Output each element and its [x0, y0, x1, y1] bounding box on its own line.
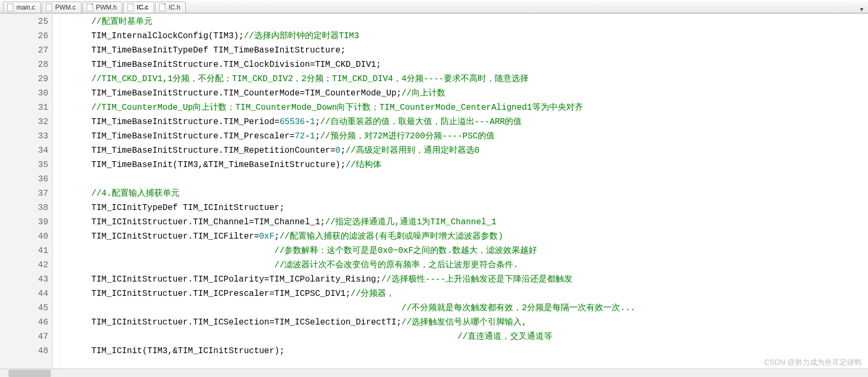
watermark-text: CSDN @努力成为焦耳定律鸭	[764, 358, 862, 367]
code-line[interactable]: TIM_TimeBaseInitTypeDef TIM_TimeBaseInit…	[71, 43, 868, 58]
line-number: 45	[0, 301, 48, 315]
code-line[interactable]: //配置时基单元	[71, 15, 868, 29]
line-number: 38	[0, 201, 48, 215]
tab-label: IC.c	[137, 4, 148, 11]
line-number: 30	[0, 86, 48, 101]
code-area[interactable]: //配置时基单元 TIM_InternalClockConfig(TIM3);/…	[60, 14, 868, 369]
line-number: 43	[0, 273, 48, 287]
code-line[interactable]: TIM_ICInitTypeDef TIM_ICInitStructuer;	[71, 201, 868, 215]
code-line[interactable]: TIM_TimeBaseInitStructure.TIM_CounterMod…	[71, 86, 868, 101]
line-number: 41	[0, 244, 48, 258]
c-file-icon	[127, 3, 135, 12]
code-line[interactable]: TIM_TimeBaseInit(TIM3,&TIM_TimeBaseInitS…	[71, 158, 868, 172]
line-number-gutter: 2526272829303132333435363738394041424344…	[0, 14, 53, 369]
code-line[interactable]: TIM_TimeBaseInitStructure.TIM_Repetition…	[71, 144, 868, 158]
c-file-icon	[7, 3, 14, 12]
fold-margin[interactable]	[53, 14, 60, 369]
line-number: 46	[0, 315, 48, 330]
svg-rect-0	[7, 4, 13, 11]
tab-ic-c[interactable]: IC.c	[123, 2, 154, 13]
line-number: 39	[0, 215, 48, 230]
line-number: 34	[0, 144, 48, 158]
line-number: 37	[0, 187, 48, 201]
line-number: 36	[0, 172, 48, 187]
scrollbar-thumb[interactable]	[8, 370, 51, 377]
code-line[interactable]: //直连通道，交叉通道等	[71, 330, 868, 344]
line-number: 48	[0, 344, 48, 358]
line-number: 40	[0, 230, 48, 244]
svg-rect-2	[46, 4, 52, 11]
code-line[interactable]: TIM_TimeBaseInitStructure.TIM_Prescaler=…	[71, 129, 868, 144]
line-number: 27	[0, 43, 48, 58]
code-line[interactable]: //参数解释：这个数可是是0x0~0xF之间的数.数越大，滤波效果越好	[71, 244, 868, 258]
code-line[interactable]: //4.配置输入捕获单元	[71, 187, 868, 201]
code-line[interactable]: //不分频就是每次触发都有效，2分频是每隔一次有效一次...	[71, 301, 868, 315]
line-number: 33	[0, 129, 48, 144]
line-number: 25	[0, 15, 48, 29]
tab-label: PWM.h	[96, 4, 117, 11]
tab-bar: main.cPWM.cPWM.hIC.cIC.h▼	[0, 0, 868, 13]
line-number: 31	[0, 101, 48, 115]
tab-pwm-h[interactable]: PWM.h	[83, 2, 122, 13]
h-file-icon	[159, 3, 166, 12]
horizontal-scrollbar[interactable]	[0, 369, 868, 377]
tab-pwm-c[interactable]: PWM.c	[42, 2, 82, 13]
code-line[interactable]: TIM_ICInitStructuer.TIM_ICPrescaler=TIM_…	[71, 287, 868, 301]
code-line[interactable]: TIM_InternalClockConfig(TIM3);//选择内部时钟的定…	[71, 29, 868, 43]
line-number: 26	[0, 29, 48, 43]
tab-main-c[interactable]: main.c	[3, 2, 41, 13]
code-line[interactable]: TIM_ICInitStructuer.TIM_ICPolarity=TIM_I…	[71, 273, 868, 287]
tab-label: IC.h	[168, 4, 180, 11]
c-file-icon	[46, 3, 53, 12]
code-line[interactable]: TIM_TimeBaseInitStructure.TIM_Period=655…	[71, 115, 868, 129]
tab-ic-h[interactable]: IC.h	[155, 2, 186, 13]
code-line[interactable]: //滤波器计次不会改变信号的原有频率，之后让波形更符合条件.	[71, 258, 868, 273]
line-number: 44	[0, 287, 48, 301]
line-number: 29	[0, 72, 48, 86]
code-line[interactable]: TIM_ICInit(TIM3,&TIM_ICInitStructuer);	[71, 344, 868, 358]
code-line[interactable]: //TIM_CounterMode_Up向上计数；TIM_CounterMode…	[71, 101, 868, 115]
svg-rect-6	[128, 4, 133, 11]
h-file-icon	[86, 3, 94, 12]
code-line[interactable]	[71, 172, 868, 187]
tab-dropdown-icon[interactable]: ▼	[858, 7, 868, 13]
code-line[interactable]: TIM_ICInitStructuer.TIM_ICFilter=0xF;//配…	[71, 230, 868, 244]
line-number: 28	[0, 58, 48, 72]
tab-label: main.c	[16, 4, 35, 11]
svg-rect-4	[87, 4, 93, 11]
svg-rect-8	[159, 4, 165, 11]
line-number: 42	[0, 258, 48, 273]
line-number: 47	[0, 330, 48, 344]
line-number: 32	[0, 115, 48, 129]
code-line[interactable]: TIM_TimeBaseInitStructure.TIM_ClockDivis…	[71, 58, 868, 72]
tab-label: PWM.c	[55, 4, 76, 11]
editor: 2526272829303132333435363738394041424344…	[0, 13, 868, 369]
line-number: 35	[0, 158, 48, 172]
code-line[interactable]: //TIM_CKD_DIV1,1分频，不分配；TIM_CKD_DIV2，2分频；…	[71, 72, 868, 86]
code-line[interactable]: TIM_ICInitStructuer.TIM_Channel=TIM_Chan…	[71, 215, 868, 230]
code-line[interactable]: TIM_ICInitStructuer.TIM_ICSelection=TIM_…	[71, 315, 868, 330]
